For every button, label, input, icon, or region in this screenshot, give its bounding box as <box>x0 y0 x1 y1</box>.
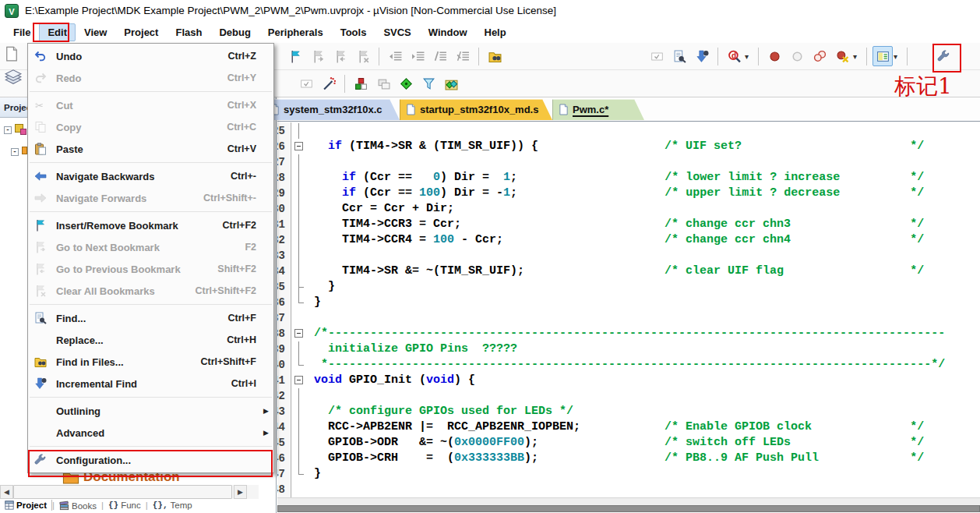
menu-svcs[interactable]: SVCS <box>375 23 419 41</box>
bookmark-prev-button[interactable] <box>330 46 351 66</box>
menu-flash[interactable]: Flash <box>167 23 210 41</box>
toolbar-separator <box>478 48 479 65</box>
fold-collapse-icon[interactable] <box>291 326 307 341</box>
tab-pwm-c[interactable]: Pwm.c* <box>552 99 644 120</box>
breakpoint-disabled-button[interactable] <box>787 46 807 66</box>
scroll-right-button[interactable]: ▶ <box>234 485 247 499</box>
breakpoint-insert-icon <box>768 50 781 63</box>
incremental-find-button[interactable] <box>692 46 712 66</box>
fold-marker <box>291 232 307 248</box>
fold-marker <box>291 435 307 451</box>
menu-project[interactable]: Project <box>115 23 167 41</box>
panel-bottom-tabs: Project|Books|{}Func|{},Temp <box>0 500 276 513</box>
menu-item-go-to-next-bookmark[interactable]: Go to Next BookmarkF2 <box>28 236 273 258</box>
fold-marker <box>291 170 307 186</box>
menu-item-shortcut: Ctrl+Z <box>228 51 256 62</box>
scrollbar-thumb[interactable] <box>13 485 232 499</box>
panel-tab-temp[interactable]: {},Temp <box>148 500 197 511</box>
pack-installer-button[interactable] <box>441 73 461 94</box>
manage-rte-icon <box>354 77 368 90</box>
tab-startup-stm32f10x-md-s[interactable]: startup_stm32f10x_md.s <box>400 99 552 120</box>
breakpoint-kill-all-button[interactable] <box>832 46 852 66</box>
debug-wand-button[interactable] <box>319 73 339 94</box>
code-line-41: 41void GPIO_Init (void) { <box>277 373 980 388</box>
menu-item-incremental-find[interactable]: Incremental FindCtrl+I <box>28 373 273 394</box>
menu-item-redo[interactable]: RedoCtrl+Y <box>28 67 273 89</box>
menu-item-paste[interactable]: PasteCtrl+V <box>28 138 273 160</box>
indent-left-button[interactable] <box>385 46 405 66</box>
breakpoint-enable-all-button[interactable] <box>809 46 830 66</box>
bookmark-next-icon <box>312 50 325 63</box>
manage-rte-button[interactable] <box>351 73 371 94</box>
bookmark-clear-button[interactable] <box>353 46 373 66</box>
menu-window[interactable]: Window <box>420 23 476 41</box>
find-button[interactable] <box>669 46 689 66</box>
menu-help[interactable]: Help <box>476 23 515 41</box>
pack-installer-icon <box>445 77 458 90</box>
code-text: GPIOB->ODR &= ~(0x0000FF00); /* switch o… <box>314 435 924 451</box>
comment-button[interactable] <box>430 46 450 66</box>
redo-icon <box>34 72 47 84</box>
menu-tools[interactable]: Tools <box>332 23 375 41</box>
indent-right-button[interactable] <box>407 46 428 66</box>
menu-item-clear-all-bookmarks[interactable]: Clear All BookmarksCtrl+Shift+F2 <box>28 280 273 302</box>
code-editor[interactable]: 2526 if (TIM4->SR & (TIM_SR_UIF)) { /* U… <box>277 122 980 497</box>
breakpoint-disabled-icon <box>791 50 804 63</box>
menu-item-replace[interactable]: Replace...Ctrl+H <box>28 329 273 351</box>
panel-tab-func[interactable]: {}Func <box>104 500 146 511</box>
dropdown-caret-icon[interactable]: ▾ <box>745 52 753 61</box>
menu-item-advanced[interactable]: Advanced▶ <box>28 422 273 444</box>
braces-icon: {} <box>108 501 118 510</box>
bookmark-toggle-icon <box>289 50 302 63</box>
uncomment-button[interactable] <box>453 46 473 66</box>
funnel-button[interactable] <box>418 73 439 94</box>
find-all-button[interactable]: d <box>724 46 744 66</box>
panel-splitter[interactable] <box>276 97 277 513</box>
line-number: 39 <box>277 341 285 357</box>
toolbar-separator <box>907 48 908 65</box>
windows-copy-button[interactable] <box>373 73 393 94</box>
menu-item-find[interactable]: Find...Ctrl+F <box>28 307 273 329</box>
scroll-left-button[interactable]: ◀ <box>0 485 13 499</box>
tree-collapse-icon[interactable]: - <box>11 148 19 156</box>
fold-collapse-icon[interactable] <box>291 139 307 154</box>
target-combo-button[interactable] <box>296 73 316 94</box>
code-line-29: 29 if (Ccr == 100) Dir = -1; /* upper li… <box>277 186 980 201</box>
menu-item-find-in-files[interactable]: Find in Files...Ctrl+Shift+F <box>28 351 273 373</box>
menu-item-navigate-forwards[interactable]: Navigate ForwardsCtrl+Shift+- <box>28 187 273 209</box>
target-combo-icon <box>301 78 312 90</box>
menu-view[interactable]: View <box>76 23 115 41</box>
menu-item-outlining[interactable]: Outlining▶ <box>28 400 273 422</box>
project-panel-hscrollbar[interactable]: ◀ ▶ <box>0 485 259 499</box>
line-number: 47 <box>277 466 285 482</box>
menu-item-go-to-previous-bookmark[interactable]: Go to Previous BookmarkShift+F2 <box>28 258 273 280</box>
code-line-27: 27 <box>277 154 980 170</box>
menu-peripherals[interactable]: Peripherals <box>259 23 332 41</box>
panel-tab-books[interactable]: Books <box>55 500 101 511</box>
menu-item-cut[interactable]: ✂CutCtrl+X <box>28 94 273 116</box>
code-line-32: 32 TIM4->CCR4 = 100 - Ccr; /* change ccr… <box>277 232 980 248</box>
code-text: initialize GPIO Pins ????? <box>314 341 517 357</box>
find-in-files-button[interactable] <box>485 46 505 66</box>
window-layout-button[interactable] <box>872 46 893 66</box>
undo-icon <box>34 50 47 62</box>
bookmark-toggle-button[interactable] <box>285 46 305 66</box>
dropdown-caret-icon[interactable]: ▾ <box>853 52 861 61</box>
menu-item-undo[interactable]: UndoCtrl+Z <box>28 45 273 67</box>
dropdown-caret-icon[interactable]: ▾ <box>894 52 901 61</box>
editor-hscrollbar-thumb[interactable] <box>277 505 980 512</box>
tab-system-stm32f10x-c[interactable]: system_stm32f10x.c <box>263 99 400 120</box>
fold-collapse-icon[interactable] <box>291 373 307 388</box>
menu-item-navigate-backwards[interactable]: Navigate BackwardsCtrl+- <box>28 165 273 187</box>
menu-item-label: Go to Next Bookmark <box>53 242 245 253</box>
panel-tab-project[interactable]: Project <box>0 500 52 511</box>
menu-item-insert-remove-bookmark[interactable]: Insert/Remove BookmarkCtrl+F2 <box>28 214 273 236</box>
bookmark-next-button[interactable] <box>308 46 328 66</box>
find-combo-button[interactable] <box>647 46 667 66</box>
breakpoint-insert-button[interactable] <box>764 46 784 66</box>
menu-item-copy[interactable]: CopyCtrl+C <box>28 116 273 138</box>
diamond-button[interactable] <box>396 73 416 94</box>
tree-collapse-icon[interactable]: - <box>4 126 12 134</box>
menu-debug[interactable]: Debug <box>210 23 259 41</box>
menu-item-label: Outlining <box>53 405 256 417</box>
